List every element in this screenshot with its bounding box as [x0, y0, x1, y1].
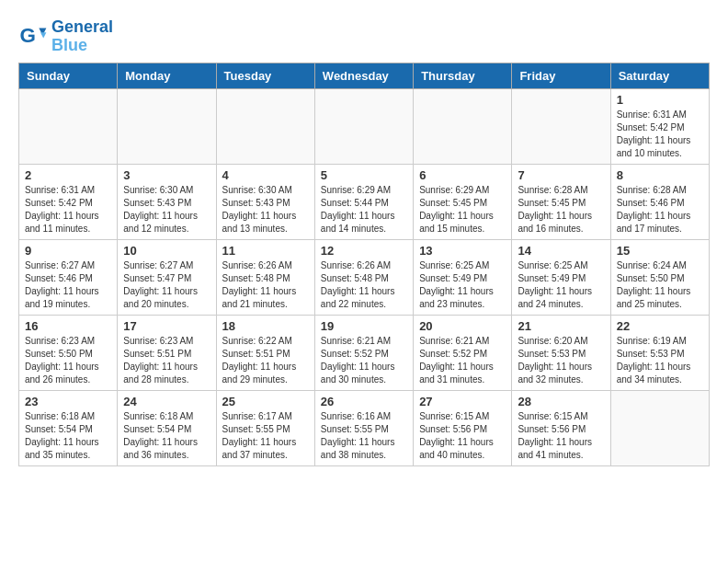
day-number: 21: [518, 319, 604, 333]
calendar-cell: [314, 88, 413, 164]
calendar-cell: 9Sunrise: 6:27 AM Sunset: 5:46 PM Daylig…: [19, 239, 118, 315]
calendar-week-2: 2Sunrise: 6:31 AM Sunset: 5:42 PM Daylig…: [19, 164, 710, 239]
day-number: 2: [25, 168, 111, 182]
calendar-cell: 15Sunrise: 6:24 AM Sunset: 5:50 PM Dayli…: [610, 239, 709, 315]
calendar-cell: 17Sunrise: 6:23 AM Sunset: 5:51 PM Dayli…: [118, 315, 216, 390]
svg-text:G: G: [20, 24, 36, 47]
day-number: 8: [617, 168, 703, 182]
calendar-cell: 7Sunrise: 6:28 AM Sunset: 5:45 PM Daylig…: [512, 164, 610, 239]
day-info: Sunrise: 6:25 AM Sunset: 5:49 PM Dayligh…: [419, 259, 506, 311]
day-info: Sunrise: 6:26 AM Sunset: 5:48 PM Dayligh…: [222, 259, 309, 311]
calendar-cell: 23Sunrise: 6:18 AM Sunset: 5:54 PM Dayli…: [19, 390, 118, 465]
day-number: 1: [617, 93, 703, 107]
page-header: G GeneralBlue: [18, 18, 710, 55]
day-number: 11: [222, 244, 309, 258]
day-info: Sunrise: 6:18 AM Sunset: 5:54 PM Dayligh…: [25, 410, 111, 462]
calendar-cell: 6Sunrise: 6:29 AM Sunset: 5:45 PM Daylig…: [414, 164, 512, 239]
calendar-cell: [512, 88, 610, 164]
calendar-table: SundayMondayTuesdayWednesdayThursdayFrid…: [18, 63, 710, 466]
day-info: Sunrise: 6:26 AM Sunset: 5:48 PM Dayligh…: [321, 259, 407, 311]
day-info: Sunrise: 6:27 AM Sunset: 5:46 PM Dayligh…: [25, 259, 111, 311]
day-number: 3: [123, 168, 210, 182]
day-number: 27: [419, 395, 506, 408]
day-number: 6: [419, 168, 506, 182]
calendar-cell: 5Sunrise: 6:29 AM Sunset: 5:44 PM Daylig…: [314, 164, 413, 239]
calendar-cell: [216, 88, 314, 164]
day-info: Sunrise: 6:28 AM Sunset: 5:45 PM Dayligh…: [518, 184, 604, 236]
calendar-week-1: 1Sunrise: 6:31 AM Sunset: 5:42 PM Daylig…: [19, 88, 710, 164]
calendar-cell: 10Sunrise: 6:27 AM Sunset: 5:47 PM Dayli…: [118, 239, 216, 315]
calendar-cell: [19, 88, 118, 164]
day-info: Sunrise: 6:28 AM Sunset: 5:46 PM Dayligh…: [617, 184, 703, 236]
day-number: 25: [222, 395, 309, 408]
calendar-cell: 16Sunrise: 6:23 AM Sunset: 5:50 PM Dayli…: [19, 315, 118, 390]
day-number: 14: [518, 244, 604, 258]
day-number: 7: [518, 168, 604, 182]
day-number: 22: [617, 319, 703, 333]
calendar-cell: 18Sunrise: 6:22 AM Sunset: 5:51 PM Dayli…: [216, 315, 314, 390]
calendar-cell: 4Sunrise: 6:30 AM Sunset: 5:43 PM Daylig…: [216, 164, 314, 239]
day-info: Sunrise: 6:19 AM Sunset: 5:53 PM Dayligh…: [617, 335, 703, 386]
header-sunday: Sunday: [19, 63, 118, 88]
header-monday: Monday: [118, 63, 216, 88]
logo-text: GeneralBlue: [51, 18, 113, 55]
calendar-cell: 24Sunrise: 6:18 AM Sunset: 5:54 PM Dayli…: [118, 390, 216, 465]
day-info: Sunrise: 6:29 AM Sunset: 5:45 PM Dayligh…: [419, 184, 506, 236]
day-info: Sunrise: 6:20 AM Sunset: 5:53 PM Dayligh…: [518, 335, 604, 386]
day-info: Sunrise: 6:15 AM Sunset: 5:56 PM Dayligh…: [518, 410, 604, 462]
day-info: Sunrise: 6:23 AM Sunset: 5:50 PM Dayligh…: [25, 335, 111, 386]
day-info: Sunrise: 6:18 AM Sunset: 5:54 PM Dayligh…: [123, 410, 210, 462]
header-thursday: Thursday: [414, 63, 512, 88]
day-info: Sunrise: 6:17 AM Sunset: 5:55 PM Dayligh…: [222, 410, 309, 462]
day-info: Sunrise: 6:16 AM Sunset: 5:55 PM Dayligh…: [321, 410, 407, 462]
day-info: Sunrise: 6:22 AM Sunset: 5:51 PM Dayligh…: [222, 335, 309, 386]
calendar-cell: 21Sunrise: 6:20 AM Sunset: 5:53 PM Dayli…: [512, 315, 610, 390]
day-number: 4: [222, 168, 309, 182]
day-number: 13: [419, 244, 506, 258]
day-number: 15: [617, 244, 703, 258]
calendar-cell: 3Sunrise: 6:30 AM Sunset: 5:43 PM Daylig…: [118, 164, 216, 239]
day-number: 12: [321, 244, 407, 258]
logo: G GeneralBlue: [18, 18, 113, 55]
calendar-cell: [414, 88, 512, 164]
header-friday: Friday: [512, 63, 610, 88]
calendar-cell: 1Sunrise: 6:31 AM Sunset: 5:42 PM Daylig…: [610, 88, 709, 164]
calendar-cell: 28Sunrise: 6:15 AM Sunset: 5:56 PM Dayli…: [512, 390, 610, 465]
day-info: Sunrise: 6:24 AM Sunset: 5:50 PM Dayligh…: [617, 259, 703, 311]
day-number: 10: [123, 244, 210, 258]
calendar-cell: 25Sunrise: 6:17 AM Sunset: 5:55 PM Dayli…: [216, 390, 314, 465]
day-number: 5: [321, 168, 407, 182]
calendar-cell: 20Sunrise: 6:21 AM Sunset: 5:52 PM Dayli…: [414, 315, 512, 390]
day-info: Sunrise: 6:31 AM Sunset: 5:42 PM Dayligh…: [617, 109, 703, 160]
day-info: Sunrise: 6:29 AM Sunset: 5:44 PM Dayligh…: [321, 184, 407, 236]
day-info: Sunrise: 6:30 AM Sunset: 5:43 PM Dayligh…: [222, 184, 309, 236]
calendar-cell: 27Sunrise: 6:15 AM Sunset: 5:56 PM Dayli…: [414, 390, 512, 465]
day-number: 23: [25, 395, 111, 408]
calendar-week-4: 16Sunrise: 6:23 AM Sunset: 5:50 PM Dayli…: [19, 315, 710, 390]
day-info: Sunrise: 6:31 AM Sunset: 5:42 PM Dayligh…: [25, 184, 111, 236]
calendar-cell: [610, 390, 709, 465]
day-number: 28: [518, 395, 604, 408]
day-number: 18: [222, 319, 309, 333]
day-number: 19: [321, 319, 407, 333]
day-info: Sunrise: 6:21 AM Sunset: 5:52 PM Dayligh…: [419, 335, 506, 386]
day-info: Sunrise: 6:25 AM Sunset: 5:49 PM Dayligh…: [518, 259, 604, 311]
calendar-week-5: 23Sunrise: 6:18 AM Sunset: 5:54 PM Dayli…: [19, 390, 710, 465]
header-saturday: Saturday: [610, 63, 709, 88]
day-number: 24: [123, 395, 210, 408]
logo-icon: G: [18, 22, 48, 52]
day-number: 9: [25, 244, 111, 258]
day-number: 16: [25, 319, 111, 333]
day-info: Sunrise: 6:30 AM Sunset: 5:43 PM Dayligh…: [123, 184, 210, 236]
day-info: Sunrise: 6:15 AM Sunset: 5:56 PM Dayligh…: [419, 410, 506, 462]
day-info: Sunrise: 6:27 AM Sunset: 5:47 PM Dayligh…: [123, 259, 210, 311]
calendar-cell: 19Sunrise: 6:21 AM Sunset: 5:52 PM Dayli…: [314, 315, 413, 390]
header-tuesday: Tuesday: [216, 63, 314, 88]
calendar-week-3: 9Sunrise: 6:27 AM Sunset: 5:46 PM Daylig…: [19, 239, 710, 315]
day-number: 20: [419, 319, 506, 333]
day-number: 26: [321, 395, 407, 408]
day-number: 17: [123, 319, 210, 333]
calendar-cell: 13Sunrise: 6:25 AM Sunset: 5:49 PM Dayli…: [414, 239, 512, 315]
calendar-cell: 22Sunrise: 6:19 AM Sunset: 5:53 PM Dayli…: [610, 315, 709, 390]
day-info: Sunrise: 6:21 AM Sunset: 5:52 PM Dayligh…: [321, 335, 407, 386]
